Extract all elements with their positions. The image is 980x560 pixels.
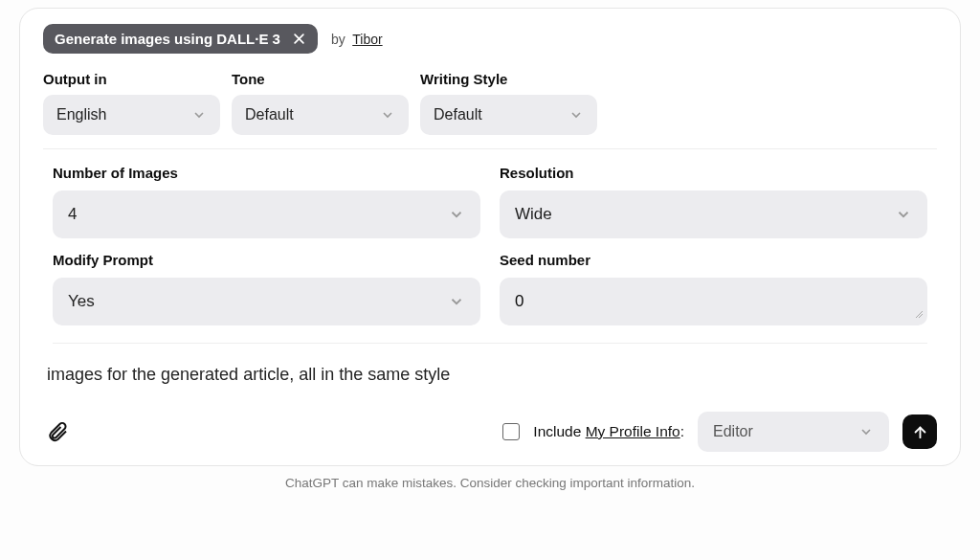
prompt-card: Generate images using DALL·E 3 by Tibor … — [19, 8, 961, 466]
chip-title: Generate images using DALL·E 3 — [55, 31, 280, 47]
tone-value: Default — [245, 106, 294, 123]
byline: by Tibor — [331, 32, 383, 47]
chevron-down-icon — [895, 206, 912, 223]
style-value: Default — [434, 106, 482, 123]
profile-info-link[interactable]: My Profile Info — [586, 423, 680, 439]
header-row: Generate images using DALL·E 3 by Tibor — [43, 24, 937, 54]
modify-value: Yes — [68, 292, 95, 311]
modify-label: Modify Prompt — [53, 252, 480, 268]
num-images-label: Number of Images — [53, 165, 480, 181]
output-label: Output in — [43, 71, 220, 87]
include-suffix: : — [680, 423, 684, 439]
seed-label: Seed number — [500, 252, 927, 268]
tone-field: Tone Default — [232, 71, 409, 135]
tone-select[interactable]: Default — [232, 95, 409, 135]
style-select[interactable]: Default — [420, 95, 597, 135]
chevron-down-icon — [380, 107, 395, 123]
style-label: Writing Style — [420, 71, 597, 87]
send-button[interactable] — [902, 414, 937, 449]
include-profile-checkbox[interactable] — [502, 423, 520, 440]
seed-value: 0 — [515, 292, 523, 311]
chevron-down-icon — [448, 206, 465, 223]
settings-row-2: Number of Images 4 Resolution Wide — [43, 149, 937, 238]
settings-row-3: Modify Prompt Yes Seed number 0 — [43, 238, 937, 325]
chevron-down-icon — [191, 107, 207, 123]
prompt-template-chip[interactable]: Generate images using DALL·E 3 — [43, 24, 318, 54]
seed-input[interactable]: 0 — [500, 278, 927, 325]
by-prefix: by — [331, 32, 345, 47]
role-select[interactable]: Editor — [698, 412, 889, 452]
include-label: Include My Profile Info: — [533, 423, 684, 440]
tone-label: Tone — [232, 71, 409, 87]
num-images-field: Number of Images 4 — [53, 165, 480, 238]
chevron-down-icon — [568, 107, 584, 123]
author-link[interactable]: Tibor — [352, 32, 382, 47]
output-field: Output in English — [43, 71, 220, 135]
prompt-textarea[interactable]: images for the generated article, all in… — [43, 344, 937, 412]
num-images-select[interactable]: 4 — [53, 190, 480, 238]
resolution-value: Wide — [515, 205, 552, 224]
arrow-up-icon — [912, 424, 928, 440]
close-icon[interactable] — [292, 32, 306, 46]
output-select[interactable]: English — [43, 95, 220, 135]
resolution-field: Resolution Wide — [500, 165, 927, 238]
output-value: English — [56, 106, 106, 123]
num-images-value: 4 — [68, 205, 77, 224]
include-text: Include — [533, 423, 585, 439]
settings-row-1: Output in English Tone Default Writing S… — [43, 71, 937, 149]
resize-handle-icon — [914, 308, 924, 322]
resolution-label: Resolution — [500, 165, 927, 181]
paperclip-icon — [46, 420, 69, 443]
bottom-row: Include My Profile Info: Editor — [43, 412, 937, 452]
footer-disclaimer: ChatGPT can make mistakes. Consider chec… — [0, 476, 980, 490]
attach-button[interactable] — [43, 417, 72, 446]
chevron-down-icon — [448, 293, 465, 310]
role-value: Editor — [713, 423, 753, 440]
modify-field: Modify Prompt Yes — [53, 252, 480, 325]
style-field: Writing Style Default — [420, 71, 597, 135]
modify-select[interactable]: Yes — [53, 278, 480, 325]
resolution-select[interactable]: Wide — [500, 190, 927, 238]
seed-field: Seed number 0 — [500, 252, 927, 325]
chevron-down-icon — [858, 424, 874, 439]
